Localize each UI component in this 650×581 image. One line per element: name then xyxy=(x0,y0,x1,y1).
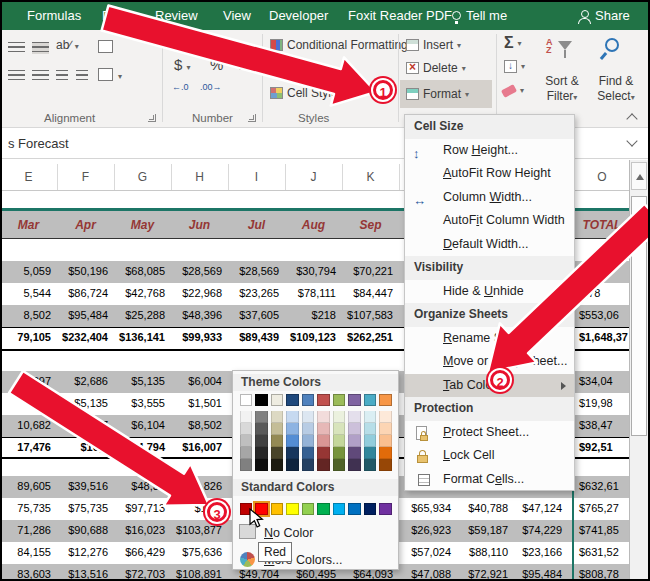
sheet-cell[interactable]: 3,3 xyxy=(2,397,51,409)
sheet-cell[interactable]: $3,555 xyxy=(109,397,165,409)
tint-swatch-31869b[interactable] xyxy=(364,447,376,459)
sheet-cell[interactable]: $59,187 xyxy=(452,524,508,536)
tint-swatch-ebf1de[interactable] xyxy=(333,411,345,423)
sheet-cell[interactable]: $84,447 xyxy=(337,287,393,299)
sheet-cell[interactable]: $232,404 xyxy=(52,331,108,343)
menu-item-hide-unhide[interactable]: Hide & Unhide xyxy=(405,280,574,304)
sheet-cell[interactable]: $40,788 xyxy=(452,502,508,514)
tint-swatch-95b3d7[interactable] xyxy=(302,435,314,447)
sheet-cell[interactable]: $97,713 xyxy=(109,502,165,514)
sheet-cell[interactable]: $6,104 xyxy=(109,419,165,431)
tint-swatch-1d1b10[interactable] xyxy=(271,459,283,471)
sheet-cell[interactable]: 0,826 xyxy=(166,480,222,492)
sheet-cell[interactable]: $75,636 xyxy=(166,546,222,558)
sheet-cell[interactable]: 5,059 xyxy=(2,265,51,277)
scrollbar-thumb[interactable] xyxy=(631,196,647,436)
menu-item-move-or-copy-sheet[interactable]: Move or Copy Sheet... xyxy=(405,350,574,374)
tint-swatch-c4bd97[interactable] xyxy=(271,423,283,435)
sheet-cell[interactable]: $218 xyxy=(280,309,336,321)
standard-swatch-7030a0[interactable] xyxy=(379,503,391,515)
sheet-cell[interactable]: $42,768 xyxy=(109,287,165,299)
sheet-cell[interactable]: $107,583 xyxy=(337,309,393,321)
menu-item-autofit-column-width[interactable]: AutoFit Column Width xyxy=(405,209,574,233)
tint-swatch-963634[interactable] xyxy=(317,447,329,459)
standard-swatch-ffc000[interactable] xyxy=(271,503,283,515)
sheet-cell[interactable]: $65,934 xyxy=(395,502,451,514)
sheet-cell[interactable]: $5,135 xyxy=(109,375,165,387)
sheet-cell[interactable]: 71,286 xyxy=(2,524,51,536)
menu-item-row-height[interactable]: Row Height...↕ xyxy=(405,139,574,163)
sheet-cell[interactable]: 8,502 xyxy=(2,309,51,321)
sheet-cell[interactable]: $72,703 xyxy=(109,568,165,579)
sheet-cell[interactable]: $48,396 xyxy=(166,309,222,321)
sheet-cell[interactable]: 75,735 xyxy=(2,502,51,514)
sheet-cell[interactable]: $47,088 xyxy=(395,568,451,579)
sheet-cell[interactable]: 84,155 xyxy=(2,546,51,558)
tint-swatch-d99694[interactable] xyxy=(317,435,329,447)
tint-swatch-8db3e2[interactable] xyxy=(286,423,298,435)
sheet-cell[interactable]: $72,921 xyxy=(452,568,508,579)
theme-swatch-4bacc6[interactable] xyxy=(364,394,376,406)
sheet-cell[interactable]: $16,023 xyxy=(109,524,165,536)
sheet-cell[interactable]: $22,968 xyxy=(166,287,222,299)
tint-swatch-fcd5b4[interactable] xyxy=(379,423,391,435)
sheet-cell[interactable]: $13,516 xyxy=(52,568,108,579)
sheet-cell[interactable]: $14,794 xyxy=(109,441,165,453)
tint-swatch-d8e4bc[interactable] xyxy=(333,423,345,435)
sheet-cell[interactable]: 17,476 xyxy=(2,441,51,453)
tint-swatch-60497a[interactable] xyxy=(348,447,360,459)
tint-swatch-92cddc[interactable] xyxy=(364,435,376,447)
sheet-cell[interactable]: $5,135 xyxy=(52,397,108,409)
standard-swatch-0070c0[interactable] xyxy=(348,503,360,515)
tint-swatch-632523[interactable] xyxy=(317,459,329,471)
menu-item-default-width[interactable]: Default Width... xyxy=(405,233,574,257)
sheet-cell[interactable]: $10,3 xyxy=(52,441,108,453)
sheet-cell[interactable]: 10,682 xyxy=(2,419,51,431)
sheet-cell[interactable]: $16,007 xyxy=(166,441,222,453)
column-header-h[interactable]: H xyxy=(171,165,228,189)
sheet-cell[interactable]: $39,516 xyxy=(52,480,108,492)
tint-swatch-fde9d9[interactable] xyxy=(379,411,391,423)
menu-item-lock-cell[interactable]: Lock Cell xyxy=(405,444,574,468)
column-header-e[interactable]: E xyxy=(2,165,57,189)
sheet-cell[interactable]: $30,794 xyxy=(280,265,336,277)
tint-swatch-fabf8f[interactable] xyxy=(379,435,391,447)
sheet-cell[interactable]: $75,735 xyxy=(52,502,108,514)
tint-swatch-808080[interactable] xyxy=(240,459,252,471)
theme-swatch-ffffff[interactable] xyxy=(240,394,252,406)
sheet-cell[interactable]: $70,221 xyxy=(337,265,393,277)
sheet-cell[interactable]: $95,484 xyxy=(52,309,108,321)
column-header-k[interactable]: K xyxy=(342,165,399,189)
menu-item-protect-sheet[interactable]: Protect Sheet... xyxy=(405,421,574,445)
sheet-cell[interactable]: $37,605 xyxy=(223,309,279,321)
theme-swatch-000000[interactable] xyxy=(255,394,267,406)
tint-swatch-dce6f1[interactable] xyxy=(302,411,314,423)
tint-swatch-262626[interactable] xyxy=(255,447,267,459)
sheet-cell[interactable]: $66,429 xyxy=(109,546,165,558)
sheet-cell[interactable]: $8,502 xyxy=(166,419,222,431)
sheet-cell[interactable]: $86,724 xyxy=(52,287,108,299)
tint-swatch-d9d9d9[interactable] xyxy=(240,423,252,435)
sheet-cell[interactable]: $103,877 xyxy=(166,524,222,536)
sheet-cell[interactable]: 79,105 xyxy=(2,331,51,343)
tint-swatch-e4dfec[interactable] xyxy=(348,411,360,423)
tint-swatch-595959[interactable] xyxy=(255,423,267,435)
tint-swatch-403151[interactable] xyxy=(348,459,360,471)
sheet-cell[interactable]: $26,923 xyxy=(395,524,451,536)
tint-swatch-ddd9c3[interactable] xyxy=(271,411,283,423)
tint-swatch-366092[interactable] xyxy=(302,447,314,459)
tint-swatch-f2dcdb[interactable] xyxy=(317,411,329,423)
sheet-cell[interactable]: $68,085 xyxy=(109,265,165,277)
tint-swatch-e6b8b7[interactable] xyxy=(317,423,329,435)
column-header-g[interactable]: G xyxy=(114,165,171,189)
menu-item-autofit-row-height[interactable]: AutoFit Row Height xyxy=(405,162,574,186)
tint-swatch-4f6228[interactable] xyxy=(333,459,345,471)
sheet-cell[interactable]: $28,569 xyxy=(166,265,222,277)
vertical-scrollbar[interactable] xyxy=(629,160,648,579)
sheet-cell[interactable]: 5,544 xyxy=(2,287,51,299)
column-header-j[interactable]: J xyxy=(285,165,342,189)
theme-swatch-f79646[interactable] xyxy=(379,394,391,406)
tint-swatch-548dd4[interactable] xyxy=(286,435,298,447)
sheet-cell[interactable]: $57,024 xyxy=(395,546,451,558)
theme-swatch-c0504d[interactable] xyxy=(317,394,329,406)
